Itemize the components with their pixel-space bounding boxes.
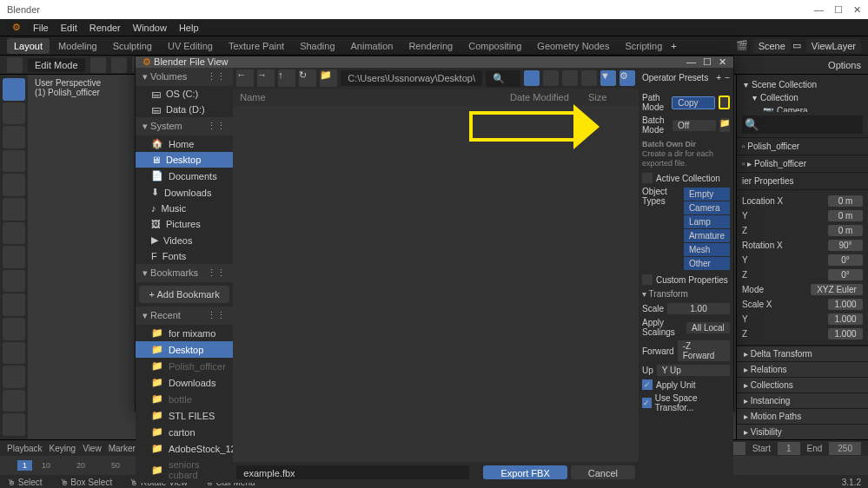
recent-header[interactable]: ▾ Recent⋮⋮ bbox=[136, 307, 233, 325]
system-header[interactable]: ▾ System⋮⋮ bbox=[136, 117, 233, 135]
nav-refresh-icon[interactable]: ↻ bbox=[299, 69, 316, 87]
preset-add-icon[interactable]: + bbox=[716, 73, 721, 82]
scale-z[interactable]: 1.000 bbox=[828, 328, 863, 340]
nav-up-icon[interactable]: ↑ bbox=[278, 69, 295, 87]
sys-home[interactable]: 🏠Home bbox=[136, 135, 233, 152]
settings-icon[interactable]: ⚙ bbox=[620, 70, 635, 86]
view-thumb-icon[interactable] bbox=[562, 70, 578, 86]
rot-mode[interactable]: XYZ Euler bbox=[811, 284, 863, 295]
sys-videos[interactable]: ▶Videos bbox=[136, 232, 233, 248]
filter-icon[interactable]: ▼ bbox=[600, 70, 616, 86]
loc-x[interactable]: 0 m bbox=[828, 195, 863, 207]
sys-downloads[interactable]: ⬇Downloads bbox=[136, 184, 233, 201]
outliner-search[interactable] bbox=[742, 115, 863, 134]
scale-x[interactable]: 1.000 bbox=[828, 299, 863, 310]
tab-geonodes[interactable]: Geometry Nodes bbox=[530, 38, 616, 54]
outliner-collection[interactable]: ▾Collection bbox=[740, 91, 865, 104]
menu-edit[interactable]: Edit bbox=[56, 21, 83, 35]
menu-window[interactable]: Window bbox=[128, 21, 172, 35]
tab-shading[interactable]: Shading bbox=[293, 38, 341, 54]
type-mesh[interactable]: Mesh bbox=[684, 243, 730, 256]
applyscalings-select[interactable]: All Local bbox=[686, 322, 730, 333]
panel-visibility[interactable]: ▸ Visibility bbox=[737, 424, 868, 439]
applyunit-check[interactable]: ✓ bbox=[642, 379, 653, 390]
usespace-check[interactable]: ✓ bbox=[642, 398, 652, 408]
minimize-icon[interactable]: — bbox=[814, 4, 824, 16]
tool-annotate[interactable] bbox=[3, 222, 25, 245]
preset-del-icon[interactable]: − bbox=[725, 73, 730, 82]
scene-icon[interactable]: 🎬 bbox=[736, 40, 748, 51]
tool-rotate[interactable] bbox=[3, 150, 25, 173]
scene-selector[interactable]: Scene bbox=[753, 39, 791, 53]
panel-motionpaths[interactable]: ▸ Motion Paths bbox=[737, 408, 868, 424]
menu-render[interactable]: Render bbox=[84, 21, 126, 35]
pathmode-select[interactable]: Copy bbox=[672, 96, 715, 109]
recent-polish[interactable]: 📁Polish_officer bbox=[136, 358, 233, 374]
dialog-min-icon[interactable]: — bbox=[686, 56, 696, 68]
tool-add-cube[interactable] bbox=[3, 270, 25, 293]
outliner-scene-collection[interactable]: ▾Scene Collection bbox=[740, 78, 865, 91]
active-collection-check[interactable] bbox=[642, 173, 653, 183]
tl-playback[interactable]: Playback bbox=[7, 444, 43, 453]
sys-pictures[interactable]: 🖼Pictures bbox=[136, 216, 233, 232]
edge-select-icon[interactable] bbox=[111, 57, 127, 73]
rot-z[interactable]: 0° bbox=[828, 269, 863, 280]
tool-loopcut[interactable] bbox=[3, 366, 25, 388]
tab-layout[interactable]: Layout bbox=[7, 38, 50, 54]
playhead[interactable]: 1 bbox=[17, 460, 32, 471]
recent-bottle[interactable]: 📁bottle bbox=[136, 391, 233, 407]
recent-carton[interactable]: 📁carton bbox=[136, 424, 233, 440]
panel-instancing[interactable]: ▸ Instancing bbox=[737, 392, 868, 408]
recent-mixamo[interactable]: 📁for mixamo bbox=[136, 325, 233, 341]
tool-extrude[interactable] bbox=[3, 293, 25, 316]
tool-scale[interactable] bbox=[3, 174, 25, 196]
start-frame[interactable]: 1 bbox=[778, 442, 800, 455]
volumes-header[interactable]: ▾ Volumes⋮⋮ bbox=[136, 68, 233, 86]
nav-newfolder-icon[interactable]: 📁 bbox=[320, 69, 337, 87]
dialog-max-icon[interactable]: ☐ bbox=[703, 56, 712, 68]
panel-collections[interactable]: ▸ Collections bbox=[737, 377, 868, 392]
tool-polybuild[interactable] bbox=[3, 413, 25, 436]
filename-input[interactable]: example.fbx bbox=[236, 465, 469, 479]
blender-logo-icon[interactable]: ⚙ bbox=[7, 20, 26, 35]
vert-select-icon[interactable] bbox=[90, 57, 106, 73]
scale-y[interactable]: 1.000 bbox=[828, 313, 863, 325]
outliner-camera[interactable]: 📷Camera bbox=[740, 104, 865, 112]
viewlayer-selector[interactable]: ViewLayer bbox=[806, 39, 861, 53]
nav-fwd-icon[interactable]: → bbox=[257, 69, 275, 87]
scale-input[interactable]: 1.00 bbox=[667, 303, 730, 314]
col-name[interactable]: Name bbox=[240, 92, 510, 102]
maximize-icon[interactable]: ☐ bbox=[834, 4, 843, 16]
editor-type-icon[interactable] bbox=[7, 57, 23, 73]
sys-music[interactable]: ♪Music bbox=[136, 201, 233, 216]
tool-inset[interactable] bbox=[3, 318, 25, 340]
forward-select[interactable]: -Z Forward bbox=[678, 340, 730, 361]
tl-view[interactable]: View bbox=[83, 444, 102, 453]
embed-textures-icon[interactable] bbox=[719, 96, 730, 109]
tool-move[interactable] bbox=[3, 126, 25, 148]
path-input[interactable]: C:\Users\Ussnorway\Desktop\ bbox=[341, 70, 482, 86]
close-icon[interactable]: ✕ bbox=[853, 4, 861, 16]
tl-keying[interactable]: Keying bbox=[50, 444, 76, 453]
nav-back-icon[interactable]: ← bbox=[236, 69, 254, 87]
tool-measure[interactable] bbox=[3, 246, 25, 268]
sys-desktop[interactable]: 🖥Desktop bbox=[136, 152, 233, 168]
sys-fonts[interactable]: FFonts bbox=[136, 248, 233, 264]
up-select[interactable]: Y Up bbox=[657, 365, 730, 376]
bookmarks-header[interactable]: ▾ Bookmarks⋮⋮ bbox=[136, 264, 233, 282]
menu-file[interactable]: File bbox=[28, 21, 54, 35]
tool-cursor[interactable] bbox=[3, 102, 25, 125]
recent-desktop[interactable]: 📁Desktop bbox=[136, 341, 233, 358]
recent-downloads[interactable]: 📁Downloads bbox=[136, 374, 233, 391]
type-camera[interactable]: Camera bbox=[684, 201, 730, 214]
menu-help[interactable]: Help bbox=[174, 21, 204, 35]
type-lamp[interactable]: Lamp bbox=[684, 215, 730, 228]
sys-documents[interactable]: 📄Documents bbox=[136, 168, 233, 184]
tool-transform[interactable] bbox=[3, 198, 25, 221]
export-button[interactable]: Export FBX bbox=[483, 465, 567, 479]
options-label[interactable]: Options bbox=[828, 60, 861, 70]
loc-y[interactable]: 0 m bbox=[828, 210, 863, 221]
rot-y[interactable]: 0° bbox=[828, 254, 863, 266]
rot-x[interactable]: 90° bbox=[828, 240, 863, 251]
viewlayer-icon[interactable]: ▭ bbox=[792, 40, 801, 51]
